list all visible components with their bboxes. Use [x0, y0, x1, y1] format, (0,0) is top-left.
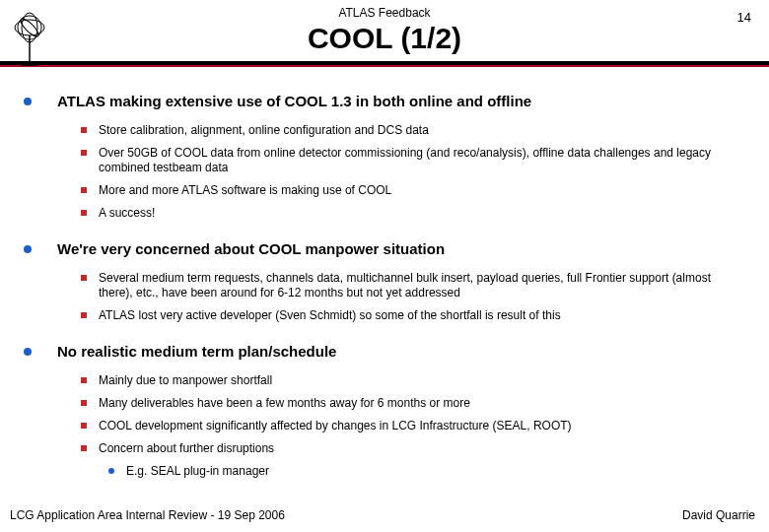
- bullet-lvl3: E.g. SEAL plug-in manager: [108, 464, 741, 478]
- bullet-lvl2: ATLAS lost very active developer (Sven S…: [81, 308, 741, 323]
- bullet-lvl2: Several medium term requests, channels d…: [81, 271, 741, 300]
- bullet-lvl2: More and more ATLAS software is making u…: [81, 183, 741, 198]
- bullet-lvl2: Store calibration, alignment, online con…: [81, 123, 741, 138]
- footer-right: David Quarrie: [682, 508, 755, 522]
- bullet-lvl1: ATLAS making extensive use of COOL 1.3 i…: [43, 93, 741, 109]
- bullet-lvl2: Many deliverables have been a few months…: [81, 396, 741, 411]
- bullet-lvl2: A success!: [81, 206, 741, 221]
- bullet-lvl2: Mainly due to manpower shortfall: [81, 373, 741, 388]
- bullet-lvl2: Concern about further disruptions: [81, 441, 741, 456]
- footer-left: LCG Application Area Internal Review - 1…: [10, 508, 285, 522]
- header-text: ATLAS Feedback: [0, 0, 769, 20]
- atlas-logo: [10, 8, 49, 67]
- slide-title: COOL (1/2): [0, 22, 769, 55]
- page-number: 14: [737, 10, 751, 25]
- bullet-lvl2: Over 50GB of COOL data from online detec…: [81, 146, 741, 175]
- slide-content: ATLAS making extensive use of COOL 1.3 i…: [0, 67, 769, 484]
- bullet-lvl1: We're very concerned about COOL manpower…: [43, 240, 741, 257]
- bullet-lvl1: No realistic medium term plan/schedule: [43, 343, 741, 360]
- bullet-lvl2: COOL development significantly affected …: [81, 419, 741, 433]
